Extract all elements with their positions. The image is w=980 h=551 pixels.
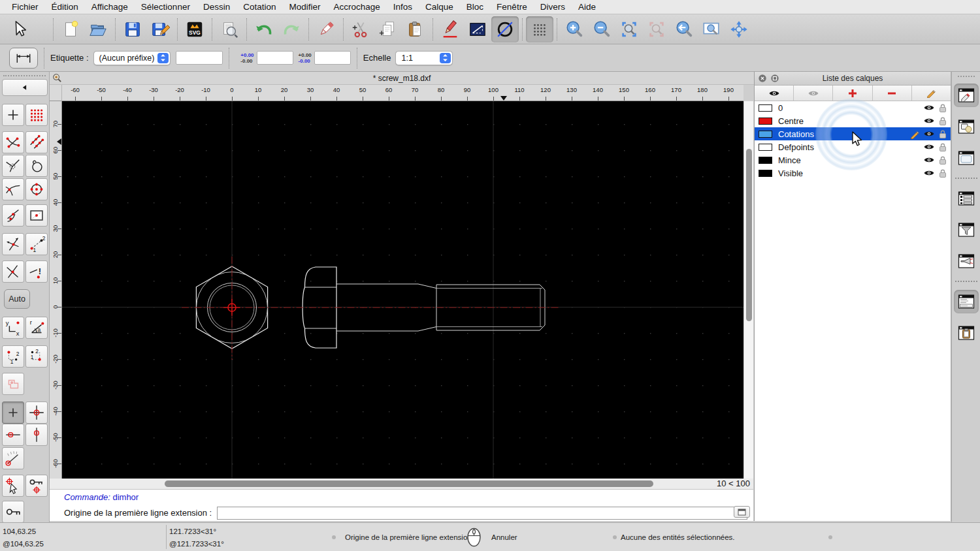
menu-item[interactable]: Fenêtre xyxy=(490,0,534,14)
layer-color-swatch[interactable] xyxy=(759,104,772,112)
ortho-1-2-button[interactable]: 12 xyxy=(2,345,24,368)
layer-row-0[interactable]: 0 xyxy=(755,101,951,114)
redo-button[interactable] xyxy=(278,16,305,42)
snap-collapse-button[interactable] xyxy=(2,79,48,96)
menu-item[interactable]: Calque xyxy=(419,0,460,14)
layer-row-mince[interactable]: Mince xyxy=(755,153,951,166)
document-title[interactable]: * screw_m18.dxf xyxy=(50,74,754,83)
zoom-previous-button[interactable] xyxy=(643,16,670,42)
layer-lock-icon[interactable] xyxy=(938,103,947,113)
layer-visibility-eye-icon[interactable] xyxy=(923,116,935,125)
cut-button[interactable] xyxy=(347,16,374,42)
layer-visibility-eye-icon[interactable] xyxy=(923,103,935,112)
coord-cartesian-button[interactable]: yx xyxy=(2,317,24,339)
dock-entity-list-button[interactable] xyxy=(954,187,979,210)
snap-tangent-button[interactable] xyxy=(2,178,24,200)
layer-color-swatch[interactable] xyxy=(759,157,772,164)
layer-visibility-eye-icon[interactable] xyxy=(923,155,935,165)
snap-two-points-button[interactable]: 12 xyxy=(25,233,48,255)
dock-command-widget-button[interactable] xyxy=(954,290,979,313)
snap-free-button[interactable] xyxy=(2,104,24,126)
snap-intersection-button[interactable] xyxy=(2,233,24,255)
layer-lock-icon[interactable] xyxy=(938,116,947,126)
zoom-window-button[interactable] xyxy=(698,16,725,42)
zoom-out-button[interactable] xyxy=(588,16,615,42)
snap-on-entity-button[interactable] xyxy=(25,131,48,153)
layer-color-swatch[interactable] xyxy=(759,144,772,151)
dock-drag-handle[interactable] xyxy=(958,76,975,77)
snap-middle-button[interactable] xyxy=(2,204,24,227)
snap-circle-button[interactable] xyxy=(25,155,48,177)
layer-lock-icon[interactable] xyxy=(938,142,947,152)
menu-item[interactable]: Accrochage xyxy=(327,0,386,14)
zoom-in-button[interactable] xyxy=(561,16,588,42)
key-relative-button[interactable] xyxy=(25,475,48,497)
svg-export-button[interactable]: SVG xyxy=(181,16,208,42)
menu-item[interactable]: Modifier xyxy=(282,0,327,14)
command-detach-button[interactable] xyxy=(734,506,750,518)
command-input[interactable] xyxy=(217,507,747,520)
vertical-scrollbar-thumb[interactable] xyxy=(746,149,752,321)
menu-item[interactable]: Bloc xyxy=(460,0,490,14)
drawing-canvas[interactable] xyxy=(62,101,743,479)
dock-clipboard-button[interactable] xyxy=(954,321,979,345)
snap-nothing-button[interactable]: ! xyxy=(25,260,48,283)
layer-color-swatch[interactable] xyxy=(759,118,772,125)
restrict-free-button[interactable] xyxy=(2,401,24,424)
layer-color-swatch[interactable] xyxy=(759,131,772,138)
show-all-layers-button[interactable] xyxy=(755,86,794,101)
layer-row-visible[interactable]: Visible xyxy=(755,166,951,180)
menu-item[interactable]: Édition xyxy=(45,0,85,14)
dock-pen-palette-button[interactable] xyxy=(954,249,979,273)
restrict-horizontal-button[interactable] xyxy=(2,424,24,446)
horizontal-scrollbar-thumb[interactable] xyxy=(165,480,653,487)
circle-line-tool-button[interactable] xyxy=(491,16,519,42)
snap-auto-button[interactable]: Auto xyxy=(4,289,30,309)
snap-distance-button[interactable] xyxy=(25,204,48,227)
restrict-vertical-button[interactable] xyxy=(25,424,48,446)
zoom-auto-button[interactable] xyxy=(615,16,643,42)
dock-library-browser-button[interactable] xyxy=(954,146,979,170)
angle-gauge-button[interactable] xyxy=(2,447,24,469)
layer-color-swatch[interactable] xyxy=(759,170,772,177)
layer-lock-icon[interactable] xyxy=(938,155,947,165)
ortho-2-1-button[interactable]: 12 xyxy=(25,345,48,368)
attributes-pencil-button[interactable] xyxy=(436,16,464,42)
dimension-horizontal-button[interactable] xyxy=(9,48,38,69)
restrict-off-button[interactable] xyxy=(2,373,24,395)
tolerance-upper-field[interactable] xyxy=(257,51,293,65)
hide-all-layers-button[interactable] xyxy=(794,86,833,101)
pick-entity-button[interactable] xyxy=(2,475,24,497)
snap-cross-button[interactable] xyxy=(2,260,24,283)
save-file-button[interactable] xyxy=(119,16,146,42)
copy-button[interactable] xyxy=(374,16,402,42)
menu-item[interactable]: Fichier xyxy=(5,0,45,14)
menu-item[interactable]: Divers xyxy=(534,0,572,14)
menu-item[interactable]: Infos xyxy=(387,0,419,14)
snap-endpoint-button[interactable] xyxy=(2,131,24,153)
edit-layer-button[interactable] xyxy=(912,86,951,101)
layer-visibility-eye-icon[interactable] xyxy=(923,168,935,178)
tolerance-lower-field[interactable] xyxy=(314,51,351,65)
layer-lock-icon[interactable] xyxy=(938,168,947,178)
zoom-back-button[interactable] xyxy=(670,16,698,42)
pen-eraser-button[interactable] xyxy=(312,16,340,42)
dimension-label-field[interactable] xyxy=(176,51,223,65)
open-file-button[interactable] xyxy=(84,16,112,42)
snap-center-button[interactable] xyxy=(25,178,48,200)
layer-visibility-eye-icon[interactable] xyxy=(923,129,935,138)
menu-item[interactable]: Sélectionner xyxy=(135,0,197,14)
menu-item[interactable]: Aide xyxy=(572,0,602,14)
layer-row-centre[interactable]: Centre xyxy=(755,114,951,127)
add-layer-button[interactable] xyxy=(833,86,872,101)
dimension-scale-select[interactable]: 1:1 xyxy=(395,51,453,65)
polyline-tool-button[interactable] xyxy=(464,16,491,42)
vertical-scrollbar[interactable] xyxy=(743,101,753,479)
new-file-button[interactable] xyxy=(57,16,84,42)
snap-perpendicular-button[interactable] xyxy=(2,155,24,177)
layer-visibility-eye-icon[interactable] xyxy=(923,142,935,151)
dimension-prefix-select[interactable]: (Aucun préfixe) xyxy=(93,51,171,65)
restrict-cross-button[interactable] xyxy=(25,401,48,424)
menu-item[interactable]: Cotation xyxy=(237,0,282,14)
dock-layer-list-button[interactable] xyxy=(954,84,979,107)
